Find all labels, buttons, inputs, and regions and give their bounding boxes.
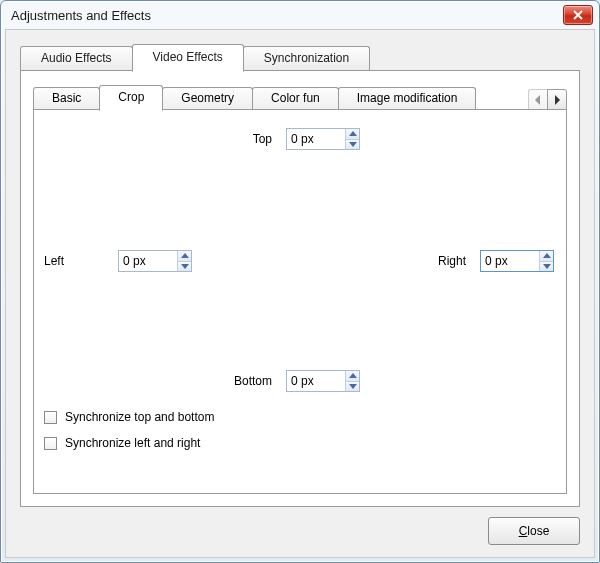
crop-bottom-group: Bottom — [212, 370, 360, 392]
main-tabbar: Audio Effects Video Effects Synchronizat… — [20, 44, 369, 72]
crop-bottom-label: Bottom — [212, 374, 272, 388]
crop-right-spin-buttons — [539, 251, 553, 271]
sync-top-bottom-row: Synchronize top and bottom — [44, 410, 214, 424]
window-title: Adjustments and Effects — [11, 8, 563, 23]
crop-left-label: Left — [44, 254, 104, 268]
crop-right-increment-button[interactable] — [540, 251, 553, 261]
close-button[interactable]: Close — [488, 517, 580, 545]
crop-top-increment-button[interactable] — [346, 129, 359, 139]
crop-bottom-input[interactable] — [287, 371, 345, 391]
caret-right-icon — [553, 95, 561, 105]
caret-up-icon — [181, 253, 189, 258]
crop-top-group: Top — [212, 128, 360, 150]
sync-left-right-label: Synchronize left and right — [65, 436, 200, 450]
close-button-label: Close — [519, 524, 550, 538]
crop-bottom-spinbox[interactable] — [286, 370, 360, 392]
tab-scroll-left-button[interactable] — [528, 89, 547, 111]
crop-right-input[interactable] — [481, 251, 539, 271]
crop-top-spinbox[interactable] — [286, 128, 360, 150]
crop-top-label: Top — [212, 132, 272, 146]
crop-right-decrement-button[interactable] — [540, 261, 553, 272]
tab-video-effects[interactable]: Video Effects — [132, 44, 244, 72]
video-effects-panel: Basic Crop Geometry Color fun Image modi… — [20, 70, 580, 507]
crop-bottom-spin-buttons — [345, 371, 359, 391]
sync-top-bottom-label: Synchronize top and bottom — [65, 410, 214, 424]
sync-top-bottom-checkbox[interactable] — [44, 411, 57, 424]
caret-up-icon — [543, 253, 551, 258]
caret-down-icon — [181, 264, 189, 269]
crop-bottom-decrement-button[interactable] — [346, 381, 359, 392]
caret-left-icon — [534, 95, 542, 105]
caret-up-icon — [349, 131, 357, 136]
window-close-button[interactable] — [563, 5, 593, 25]
caret-down-icon — [349, 142, 357, 147]
sync-left-right-row: Synchronize left and right — [44, 436, 200, 450]
dialog-window: Adjustments and Effects Audio Effects Vi… — [0, 0, 600, 563]
close-icon — [573, 10, 583, 20]
crop-top-spin-buttons — [345, 129, 359, 149]
tab-crop[interactable]: Crop — [99, 85, 163, 111]
crop-right-label: Right — [406, 254, 466, 268]
titlebar: Adjustments and Effects — [1, 1, 599, 29]
sync-left-right-checkbox[interactable] — [44, 437, 57, 450]
crop-panel: Top Left — [33, 109, 567, 494]
caret-down-icon — [543, 264, 551, 269]
caret-up-icon — [349, 373, 357, 378]
crop-left-increment-button[interactable] — [178, 251, 191, 261]
crop-left-spin-buttons — [177, 251, 191, 271]
tab-scroll — [528, 89, 567, 111]
crop-bottom-increment-button[interactable] — [346, 371, 359, 381]
crop-right-spinbox[interactable] — [480, 250, 554, 272]
video-effects-tabbar: Basic Crop Geometry Color fun Image modi… — [33, 83, 567, 111]
crop-left-input[interactable] — [119, 251, 177, 271]
crop-left-spinbox[interactable] — [118, 250, 192, 272]
crop-left-decrement-button[interactable] — [178, 261, 191, 272]
crop-top-decrement-button[interactable] — [346, 139, 359, 150]
crop-top-input[interactable] — [287, 129, 345, 149]
crop-right-group: Right — [406, 250, 554, 272]
crop-left-group: Left — [44, 250, 192, 272]
caret-down-icon — [349, 384, 357, 389]
tab-scroll-right-button[interactable] — [547, 89, 567, 111]
client-area: Audio Effects Video Effects Synchronizat… — [5, 29, 595, 558]
